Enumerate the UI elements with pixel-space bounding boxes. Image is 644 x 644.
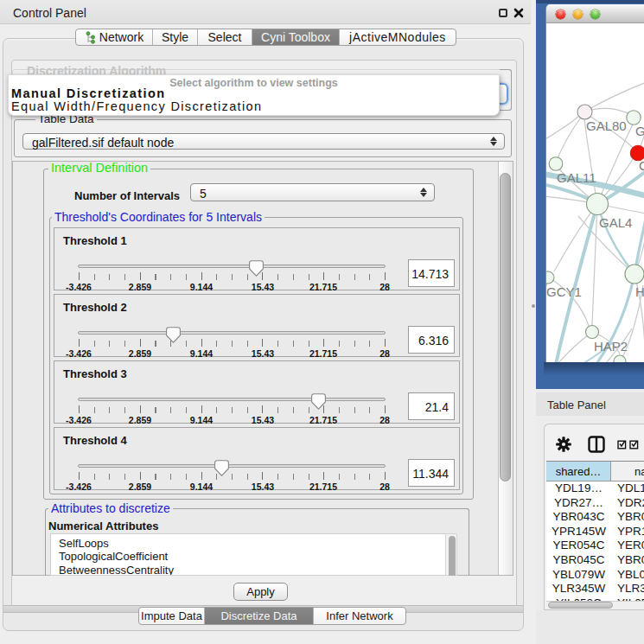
svg-text:H: H (635, 284, 644, 299)
svg-text:HAP2: HAP2 (594, 339, 628, 354)
svg-text:GCY1: GCY1 (546, 284, 582, 299)
svg-text:GAL11: GAL11 (557, 170, 596, 185)
svg-text:GAL4: GAL4 (599, 215, 632, 230)
svg-text:C: C (639, 158, 644, 173)
svg-text:GAL80: GAL80 (586, 118, 627, 133)
svg-text:GA: GA (635, 124, 644, 138)
